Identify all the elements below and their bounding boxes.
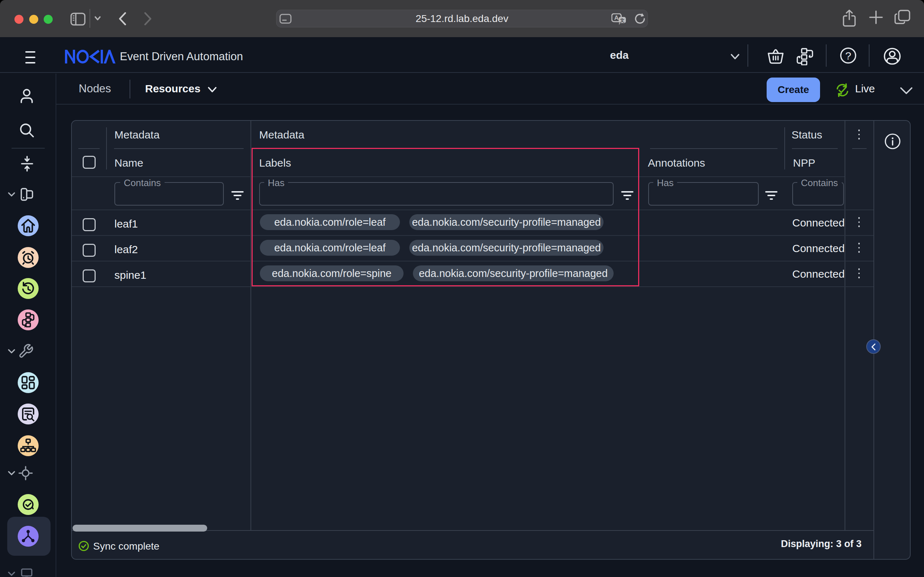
svg-text:?: ? bbox=[845, 50, 851, 62]
svg-text:A: A bbox=[614, 15, 619, 21]
svg-text:文: 文 bbox=[620, 18, 625, 23]
